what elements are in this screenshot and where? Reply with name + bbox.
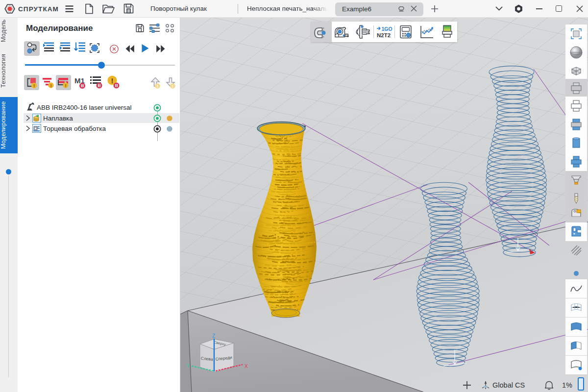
svg-text:!: ! [50, 83, 51, 88]
svg-text:!: ! [65, 83, 66, 88]
svg-text:!: ! [111, 76, 114, 85]
svg-text:X: X [245, 364, 248, 369]
svg-text:Y: Y [187, 363, 190, 368]
svg-text:1GO: 1GO [382, 26, 392, 32]
svg-text:Z: Z [212, 333, 215, 339]
svg-text:N2T2: N2T2 [377, 32, 391, 38]
svg-text:!: ! [33, 83, 35, 88]
